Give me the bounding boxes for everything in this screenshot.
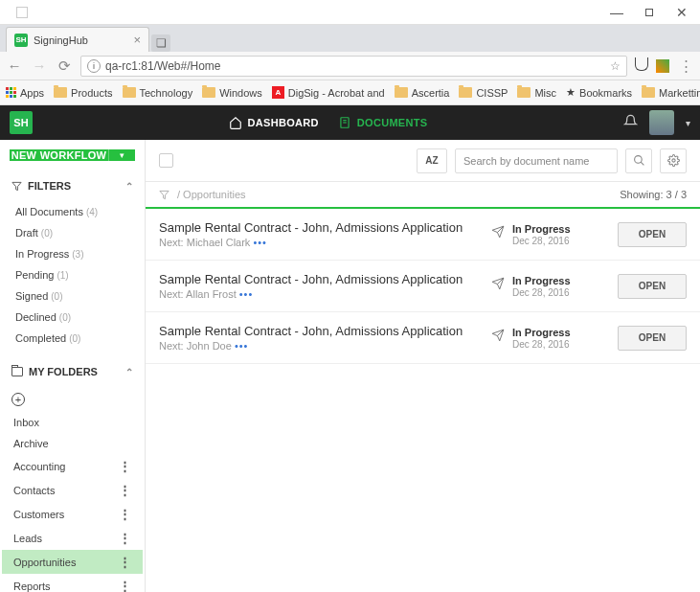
reload-icon[interactable]: ⟳: [56, 57, 73, 75]
svg-marker-3: [12, 182, 21, 190]
page-icon: [6, 3, 38, 22]
svg-line-5: [641, 162, 644, 165]
open-button[interactable]: OPEN: [618, 222, 687, 247]
showing-count: Showing: 3 / 3: [620, 189, 687, 200]
doc-status: In Progress: [512, 223, 571, 235]
forward-icon[interactable]: →: [31, 57, 48, 74]
apps-button[interactable]: Apps: [6, 87, 44, 99]
folder-icon: [395, 87, 408, 98]
breadcrumb-path: / Opportunities: [177, 189, 246, 200]
folder-icon: [517, 87, 531, 98]
more-icon[interactable]: ⋮: [119, 507, 131, 521]
bookmark-item[interactable]: Misc: [517, 87, 556, 99]
back-icon[interactable]: ←: [6, 57, 23, 74]
bookmark-item[interactable]: Products: [54, 87, 112, 99]
doc-title: Sample Rental Contract - John, Admission…: [159, 324, 480, 338]
window-maximize[interactable]: [633, 3, 666, 22]
sort-button[interactable]: AZ: [417, 148, 447, 173]
window-close[interactable]: ✕: [666, 3, 698, 22]
gear-icon: [667, 154, 680, 167]
apps-icon: [6, 87, 16, 98]
app-logo[interactable]: SH: [10, 111, 33, 134]
folder-item[interactable]: Reports⋮: [2, 574, 143, 592]
folder-item[interactable]: Customers⋮: [2, 502, 143, 526]
document-row[interactable]: Sample Rental Contract - John, Admission…: [146, 312, 700, 364]
window-minimize[interactable]: —: [600, 3, 633, 22]
bookmark-item[interactable]: CISSP: [459, 87, 508, 99]
folder-item[interactable]: Opportunities⋮: [2, 550, 143, 574]
doc-next: Next: John Doe •••: [159, 340, 480, 352]
extension-icon[interactable]: [656, 59, 669, 73]
myfolders-header[interactable]: MY FOLDERS ⌃: [0, 356, 145, 387]
chevron-up-icon: ⌃: [125, 181, 133, 192]
filter-item[interactable]: Signed (0): [6, 285, 139, 307]
folder-icon: [123, 87, 136, 98]
new-workflow-button[interactable]: NEW WORKFLOW: [10, 149, 108, 161]
search-button[interactable]: [625, 148, 652, 173]
bell-icon[interactable]: [623, 114, 638, 131]
folder-icon: [459, 87, 472, 98]
folder-item[interactable]: Contacts⋮: [2, 478, 143, 502]
bookmark-item[interactable]: Technology: [123, 87, 193, 99]
document-row[interactable]: Sample Rental Contract - John, Admission…: [146, 209, 700, 261]
sidebar: NEW WORKFLOW ▾ FILTERS ⌃ All Documents (…: [0, 140, 146, 592]
send-icon: [491, 225, 505, 239]
open-button[interactable]: OPEN: [618, 326, 687, 351]
select-all-checkbox[interactable]: [159, 153, 173, 168]
bookmark-item[interactable]: Windows: [202, 87, 262, 99]
filter-item[interactable]: Completed (0): [6, 328, 139, 349]
folder-item[interactable]: Archive: [2, 433, 143, 454]
folder-item[interactable]: Accounting⋮: [2, 454, 143, 478]
new-workflow-dropdown[interactable]: ▾: [108, 149, 135, 161]
doc-date: Dec 28, 2016: [512, 339, 570, 350]
bookmark-item[interactable]: Ascertia: [395, 87, 450, 99]
open-button[interactable]: OPEN: [618, 274, 687, 299]
bookmarks-bar: Apps Products Technology Windows ADigSig…: [0, 80, 700, 105]
folder-item[interactable]: Leads⋮: [2, 526, 143, 550]
more-dots[interactable]: •••: [235, 340, 249, 352]
url-field[interactable]: i qa-rc1:81/Web#/Home ☆: [80, 56, 627, 77]
settings-button[interactable]: [660, 148, 687, 173]
filter-item[interactable]: Declined (0): [6, 307, 139, 328]
folder-icon: [642, 87, 655, 98]
filters-header[interactable]: FILTERS ⌃: [0, 171, 145, 201]
more-dots[interactable]: •••: [253, 237, 267, 248]
filter-item[interactable]: All Documents (4): [6, 201, 139, 222]
pocket-icon[interactable]: [635, 57, 648, 71]
tab-close-icon[interactable]: ×: [133, 33, 141, 47]
search-input[interactable]: Search by document name: [455, 148, 618, 173]
add-folder-button[interactable]: +: [11, 393, 25, 406]
document-icon: [338, 116, 351, 129]
more-icon[interactable]: ⋮: [119, 483, 131, 497]
browser-tab[interactable]: SH SigningHub ×: [6, 27, 149, 52]
more-dots[interactable]: •••: [239, 288, 254, 300]
doc-next: Next: Allan Frost •••: [159, 288, 480, 300]
avatar[interactable]: [649, 110, 674, 135]
chevron-up-icon: ⌃: [125, 367, 133, 377]
document-row[interactable]: Sample Rental Contract - John, Admission…: [146, 261, 700, 312]
chevron-down-icon[interactable]: ▾: [686, 118, 690, 128]
main-content: AZ Search by document name / Opportuniti…: [146, 140, 700, 592]
folder-icon: [11, 367, 23, 376]
doc-date: Dec 28, 2016: [512, 287, 570, 298]
new-tab-button[interactable]: ❏: [151, 34, 170, 52]
site-info-icon[interactable]: i: [87, 59, 101, 73]
more-icon[interactable]: ⋮: [119, 459, 131, 473]
bookmark-item[interactable]: ★Bookmarks: [566, 86, 632, 99]
folder-item[interactable]: Inbox: [2, 412, 143, 433]
bookmark-item[interactable]: ADigSig - Acrobat and: [272, 86, 385, 99]
funnel-icon: [11, 181, 22, 192]
nav-dashboard[interactable]: DASHBOARD: [229, 116, 319, 129]
filter-item[interactable]: In Progress (3): [6, 243, 139, 264]
filter-item[interactable]: Pending (1): [6, 264, 139, 285]
menu-icon[interactable]: ⋮: [677, 57, 694, 75]
filter-item[interactable]: Draft (0): [6, 222, 139, 243]
more-icon[interactable]: ⋮: [119, 531, 131, 545]
toolbar: AZ Search by document name: [146, 140, 700, 182]
send-icon: [491, 329, 505, 342]
more-icon[interactable]: ⋮: [119, 579, 131, 592]
more-icon[interactable]: ⋮: [119, 555, 131, 569]
nav-documents[interactable]: DOCUMENTS: [338, 116, 428, 129]
bookmark-item[interactable]: Marketting: [642, 87, 700, 99]
star-icon[interactable]: ☆: [610, 59, 621, 73]
